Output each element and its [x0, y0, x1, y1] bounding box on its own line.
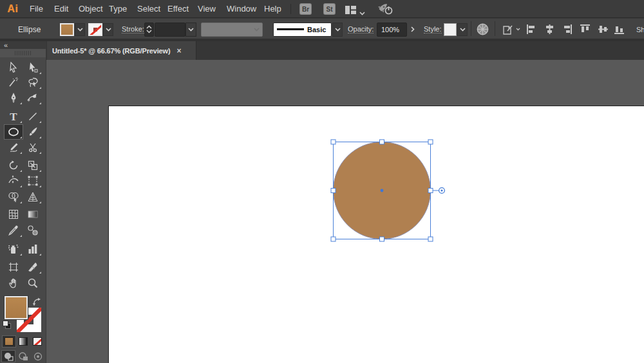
draw-behind-button[interactable]	[16, 350, 30, 362]
tools-panel-grip[interactable]	[0, 49, 46, 57]
mesh-tool[interactable]	[4, 207, 23, 222]
slice-tool[interactable]	[23, 259, 43, 275]
stroke-color-swatch[interactable]	[88, 23, 102, 36]
lasso-tool[interactable]	[23, 75, 43, 90]
canvas-pasteboard[interactable]	[46, 60, 644, 363]
stock-button[interactable]: St	[324, 4, 335, 14]
color-mode-button[interactable]	[2, 335, 16, 348]
style-chevron[interactable]	[457, 23, 468, 36]
menu-window[interactable]: Window	[227, 0, 256, 18]
gradient-mode-button[interactable]	[17, 335, 30, 348]
opacity-expand-arrow[interactable]	[408, 20, 418, 39]
tab-bar: Untitled-5* @ 66.67% (RGB/Preview) ×	[46, 41, 644, 60]
width-tool[interactable]	[4, 173, 23, 189]
menu-help[interactable]: Help	[264, 0, 281, 18]
fill-proxy-swatch[interactable]	[5, 296, 28, 319]
menu-file[interactable]: File	[30, 0, 43, 18]
style-label[interactable]: Style:	[424, 20, 442, 39]
eyedropper-tool[interactable]	[4, 223, 23, 238]
menu-bar: Ai File Edit Object Type Select Effect V…	[0, 0, 644, 18]
zoom-tool[interactable]	[23, 275, 43, 291]
perspective-grid-tool[interactable]	[23, 189, 43, 205]
stroke-weight-stepper[interactable]	[144, 20, 154, 39]
opacity-label[interactable]: Opacity:	[348, 20, 374, 39]
blend-tool[interactable]	[23, 223, 43, 238]
panel-collapse-icon[interactable]: «	[4, 41, 7, 49]
menu-view[interactable]: View	[198, 0, 216, 18]
draw-inside-button[interactable]	[31, 350, 45, 362]
menu-object[interactable]: Object	[79, 0, 103, 18]
workspace-chevron-icon[interactable]	[359, 6, 365, 18]
shape-builder-tool[interactable]	[4, 189, 23, 205]
shaper-tool[interactable]	[4, 140, 23, 155]
document-column: Untitled-5* @ 66.67% (RGB/Preview) ×	[46, 41, 644, 363]
selected-ellipse-graphic[interactable]	[46, 60, 644, 363]
selection-tool[interactable]	[4, 60, 23, 75]
brush-name-label: Basic	[307, 26, 326, 33]
brush-stroke-preview	[277, 28, 304, 30]
document-tab[interactable]: Untitled-5* @ 66.67% (RGB/Preview) ×	[47, 41, 196, 60]
scale-tool[interactable]	[23, 158, 43, 173]
menu-effect[interactable]: Effect	[167, 0, 189, 18]
curvature-tool[interactable]	[23, 90, 43, 106]
line-segment-tool[interactable]	[23, 109, 43, 124]
paintbrush-tool[interactable]	[23, 124, 43, 140]
magic-wand-tool[interactable]	[4, 75, 23, 90]
brush-definition-select[interactable]: Basic	[273, 20, 343, 39]
stroke-weight-chevron[interactable]	[185, 23, 196, 37]
type-tool[interactable]: T	[4, 109, 23, 124]
stroke-color-control	[88, 20, 113, 39]
default-fill-stroke-icon[interactable]	[3, 321, 12, 330]
fill-color-chevron[interactable]	[75, 23, 85, 36]
align-horizontal-center-icon[interactable]	[545, 20, 554, 39]
isolate-object-icon[interactable]	[502, 20, 520, 39]
controlbar-separator	[471, 21, 471, 36]
menu-select[interactable]: Select	[137, 0, 160, 18]
fill-color-swatch[interactable]	[60, 23, 74, 36]
none-mode-button[interactable]	[31, 335, 44, 348]
menu-edit[interactable]: Edit	[54, 0, 68, 18]
recolor-artwork-icon[interactable]	[477, 20, 489, 39]
align-horizontal-left-icon[interactable]	[527, 20, 536, 39]
tab-close-icon[interactable]: ×	[177, 47, 182, 55]
fill-color-control	[60, 20, 85, 39]
menu-items: File Edit Object Type Select Effect View…	[0, 0, 644, 18]
brush-chevron[interactable]	[332, 23, 343, 37]
bridge-button[interactable]: Br	[300, 4, 311, 14]
draw-normal-button[interactable]	[1, 350, 15, 362]
artboard-tool[interactable]	[4, 259, 23, 275]
document-tab-title: Untitled-5* @ 66.67% (RGB/Preview)	[52, 47, 171, 55]
align-vertical-bottom-icon[interactable]	[614, 20, 624, 39]
gradient-tool[interactable]	[23, 207, 43, 222]
control-bar: Ellipse Stroke:	[0, 19, 644, 39]
column-graph-tool[interactable]	[23, 241, 43, 257]
free-transform-tool[interactable]	[23, 173, 43, 189]
direct-selection-tool[interactable]	[23, 60, 43, 75]
symbol-sprayer-tool[interactable]	[4, 241, 23, 257]
workspace-switcher-icon[interactable]	[345, 5, 356, 17]
width-profile-select	[201, 20, 263, 39]
svg-text:T: T	[10, 111, 17, 122]
gpu-performance-icon[interactable]	[377, 3, 394, 18]
ellipse-tool[interactable]	[4, 124, 23, 140]
rotate-tool[interactable]	[4, 158, 23, 173]
style-swatch[interactable]	[444, 23, 457, 36]
hand-tool[interactable]	[4, 275, 23, 291]
shape-label-clipped: Sh	[636, 20, 644, 39]
scissors-tool[interactable]	[23, 140, 43, 155]
align-vertical-center-icon[interactable]	[598, 20, 608, 39]
pen-tool[interactable]	[4, 90, 23, 106]
controlbar-separator-2	[495, 21, 495, 36]
opacity-field[interactable]: 100%	[377, 20, 407, 39]
stroke-label[interactable]: Stroke:	[122, 20, 144, 39]
align-horizontal-right-icon[interactable]	[562, 20, 572, 39]
stroke-weight-select[interactable]	[155, 20, 196, 39]
align-vertical-top-icon[interactable]	[580, 20, 590, 39]
tools-panel: T	[0, 49, 46, 363]
main-area: « T	[0, 41, 644, 363]
menu-type[interactable]: Type	[109, 0, 127, 18]
style-control	[444, 20, 468, 39]
tools-column: « T	[0, 41, 46, 363]
stroke-color-chevron[interactable]	[103, 23, 113, 36]
illustrator-app: Ai File Edit Object Type Select Effect V…	[0, 0, 644, 363]
